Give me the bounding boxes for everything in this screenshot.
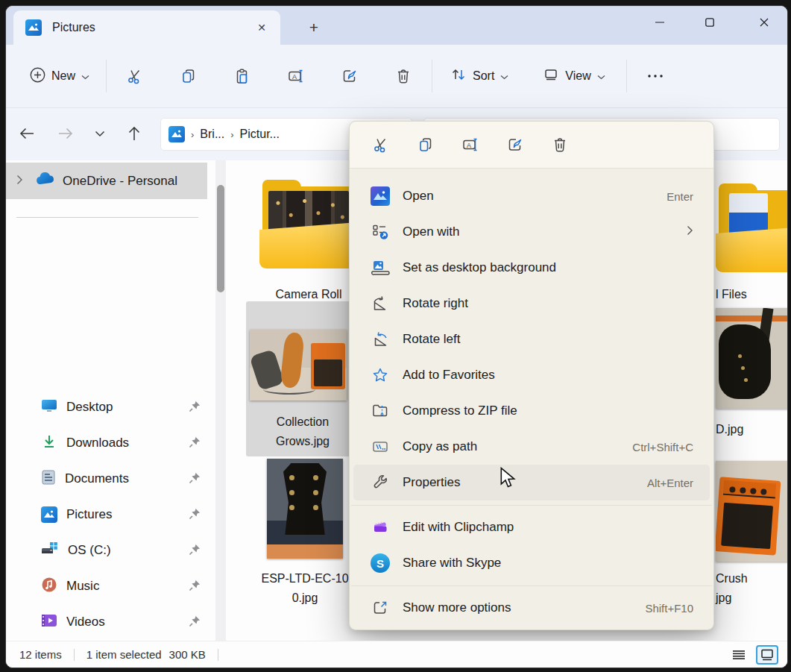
command-bar: New A Sort (6, 45, 787, 108)
skype-icon: S (371, 553, 390, 573)
chevron-down-icon (597, 69, 605, 83)
sidebar-item-label: OS (C:) (68, 543, 207, 558)
menu-item-label: Compress to ZIP file (403, 403, 517, 418)
cut-button[interactable] (119, 58, 151, 94)
file-item-esp-ltd[interactable] (267, 459, 343, 559)
menu-item-rotate-left[interactable]: Rotate left (353, 321, 710, 357)
menu-item-open-with[interactable]: Open with (353, 214, 710, 250)
sidebar-item-os-c[interactable]: OS (C:) (6, 533, 207, 568)
file-label-line: Grows.jpg (246, 432, 359, 451)
menu-item-compress-zip[interactable]: Compress to ZIP file (353, 393, 710, 429)
file-item-guitar[interactable] (716, 308, 788, 409)
sidebar-item-music[interactable]: Music (6, 568, 207, 604)
context-menu-items: Open Enter Open with Set as desktop back… (350, 172, 713, 629)
view-button[interactable]: View (535, 58, 612, 94)
sidebar-item-desktop[interactable]: Desktop (6, 389, 207, 425)
menu-item-properties[interactable]: Properties Alt+Enter (353, 465, 710, 500)
menu-item-copy-as-path[interactable]: Copy as path Ctrl+Shift+C (353, 429, 710, 465)
downloads-icon (41, 434, 57, 453)
sidebar-item-pictures[interactable]: Pictures (6, 497, 207, 533)
more-options-icon[interactable] (639, 58, 672, 94)
file-item-folder-files[interactable] (716, 183, 788, 272)
pin-icon (188, 543, 201, 560)
folder-thumbnail (259, 179, 358, 269)
file-label-line: Collection (246, 412, 359, 432)
tab-close-icon[interactable]: ✕ (252, 18, 271, 37)
folder-thumbnail (716, 183, 788, 272)
sidebar-item-videos[interactable]: Videos (6, 604, 207, 640)
tab-pictures[interactable]: Pictures ✕ (13, 10, 280, 45)
forward-icon[interactable] (51, 119, 81, 148)
scrollbar-thumb[interactable] (217, 185, 224, 292)
menu-item-set-desktop-background[interactable]: Set as desktop background (353, 250, 710, 286)
breadcrumb-item[interactable]: Pictur... (240, 128, 280, 141)
menu-item-add-to-favorites[interactable]: Add to Favorites (353, 357, 710, 393)
menu-item-share-with-skype[interactable]: S Share with Skype (353, 545, 710, 581)
rotate-left-icon (371, 330, 390, 349)
copy-icon[interactable] (403, 128, 448, 162)
pin-icon (188, 579, 201, 596)
sidebar-item-label: Pictures (66, 507, 207, 522)
file-item-camera-roll[interactable] (259, 179, 358, 269)
sidebar-item-label: Desktop (66, 400, 207, 415)
wrench-icon (371, 473, 390, 492)
paste-button[interactable] (226, 58, 259, 94)
share-icon[interactable] (493, 128, 538, 162)
sidebar-item-downloads[interactable]: Downloads (6, 425, 207, 461)
sidebar-item-onedrive[interactable]: OneDrive - Personal (6, 163, 207, 199)
menu-item-open[interactable]: Open Enter (353, 178, 710, 214)
menu-item-edit-with-clipchamp[interactable]: Edit with Clipchamp (353, 509, 710, 545)
sidebar-item-documents[interactable]: Documents (6, 461, 207, 497)
menu-separator (351, 585, 712, 586)
toolbar-separator (106, 60, 107, 92)
pin-icon (188, 400, 201, 417)
back-icon[interactable] (12, 119, 42, 148)
minimize-button[interactable] (638, 6, 681, 39)
photos-app-icon (371, 186, 390, 206)
menu-item-rotate-right[interactable]: Rotate right (353, 286, 710, 321)
videos-icon (41, 613, 57, 632)
menu-item-show-more-options[interactable]: Show more options Shift+F10 (353, 590, 710, 626)
documents-icon (41, 469, 56, 489)
recent-locations-chevron-icon[interactable] (85, 119, 115, 148)
file-label[interactable]: l Files (716, 285, 760, 304)
submenu-chevron-icon (687, 225, 693, 239)
thumbnail-view-icon[interactable] (756, 645, 778, 665)
copy-button[interactable] (172, 58, 205, 94)
file-item-collection-grows[interactable] (250, 330, 347, 401)
delete-icon[interactable] (538, 128, 582, 162)
sidebar-scrollbar[interactable] (215, 160, 226, 641)
pictures-icon (41, 506, 57, 523)
pin-icon (188, 507, 201, 524)
up-icon[interactable] (119, 119, 149, 148)
menu-item-shortcut: Enter (666, 190, 693, 203)
file-label[interactable]: D.jpg (716, 420, 768, 439)
pictures-app-icon (168, 126, 185, 142)
rename-button[interactable]: A (280, 58, 312, 94)
file-item-crush[interactable] (716, 461, 788, 562)
delete-button[interactable] (387, 58, 420, 94)
file-label[interactable]: Collection Grows.jpg (246, 412, 359, 451)
rename-icon[interactable]: A (448, 128, 493, 162)
cut-icon[interactable] (359, 128, 403, 162)
pin-icon (188, 436, 201, 453)
new-button[interactable]: New (22, 58, 97, 94)
pin-icon (188, 471, 201, 489)
title-bar: Pictures ✕ + (6, 6, 787, 45)
new-tab-button[interactable]: + (303, 16, 325, 39)
file-label[interactable]: Crush jpg (716, 569, 775, 608)
menu-item-label: Rotate right (403, 296, 468, 311)
toolbar-separator (432, 60, 432, 92)
close-button[interactable] (743, 6, 786, 39)
maximize-button[interactable] (688, 6, 731, 39)
breadcrumb-item[interactable]: Bri... (200, 128, 224, 141)
breadcrumb-chevron-icon: › (191, 129, 194, 140)
rotate-right-icon (371, 294, 390, 313)
view-button-label: View (565, 69, 590, 83)
details-view-icon[interactable] (728, 645, 750, 665)
sort-button[interactable]: Sort (443, 58, 516, 94)
file-label[interactable]: ESP-LTD-EC-10 0.jpg (246, 569, 364, 608)
share-button[interactable] (333, 58, 366, 94)
chevron-right-icon[interactable] (16, 175, 27, 187)
selection-size: 300 KB (169, 648, 206, 661)
